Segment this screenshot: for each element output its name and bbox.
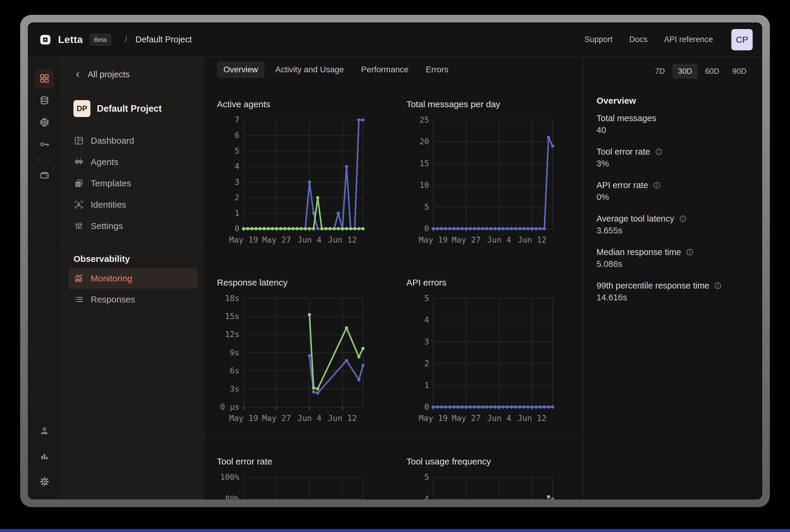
tab-errors[interactable]: Errors bbox=[419, 61, 455, 78]
info-icon bbox=[655, 148, 663, 156]
rail-grid-button[interactable] bbox=[35, 69, 54, 88]
sidebar-item-identities[interactable]: Identities bbox=[62, 194, 203, 215]
range-90d-button[interactable]: 90D bbox=[727, 64, 752, 79]
svg-text:4: 4 bbox=[424, 494, 429, 499]
svg-text:6: 6 bbox=[235, 131, 240, 140]
metric-value: 5.086s bbox=[597, 259, 751, 269]
bar-chart-icon bbox=[39, 451, 50, 461]
sidebar-item-responses[interactable]: Responses bbox=[62, 289, 203, 310]
top-header: Letta Beta / Default Project SupportDocs… bbox=[28, 22, 762, 57]
header-link-api-reference[interactable]: API reference bbox=[664, 35, 713, 44]
content-area: OverviewActivity and UsagePerformanceErr… bbox=[204, 57, 762, 499]
letta-logo-icon[interactable] bbox=[39, 33, 52, 46]
rail-chip-button[interactable] bbox=[35, 113, 54, 132]
chart-card-response_latency: Response latency18s15s12s9s6s3s0 µsMay 1… bbox=[204, 259, 394, 437]
rail-divider bbox=[36, 160, 53, 160]
tab-activity-and-usage[interactable]: Activity and Usage bbox=[269, 61, 351, 78]
sidebar-item-agents[interactable]: Agents bbox=[62, 151, 203, 173]
header-link-docs[interactable]: Docs bbox=[629, 35, 647, 44]
sidebar-item-label: Settings bbox=[91, 221, 123, 231]
svg-text:Jun 4: Jun 4 bbox=[487, 414, 511, 423]
chip-icon bbox=[39, 117, 50, 128]
svg-text:May 27: May 27 bbox=[262, 414, 291, 423]
svg-text:0 µs: 0 µs bbox=[220, 402, 240, 412]
chart-title-response_latency: Response latency bbox=[217, 277, 394, 288]
sidebar-item-dashboard[interactable]: Dashboard bbox=[62, 130, 203, 151]
svg-text:0: 0 bbox=[235, 224, 240, 233]
svg-text:18s: 18s bbox=[225, 293, 240, 303]
svg-text:6s: 6s bbox=[230, 366, 240, 375]
svg-text:Jun 12: Jun 12 bbox=[328, 235, 357, 244]
svg-text:10: 10 bbox=[419, 180, 429, 190]
tab-overview[interactable]: Overview bbox=[217, 61, 265, 78]
svg-text:Jun 4: Jun 4 bbox=[487, 235, 511, 244]
svg-text:20: 20 bbox=[419, 137, 429, 146]
metric-value: 40 bbox=[597, 125, 751, 135]
svg-text:15s: 15s bbox=[225, 311, 240, 321]
project-header[interactable]: DP Default Project bbox=[62, 88, 203, 117]
sidebar-item-templates[interactable]: Templates bbox=[62, 173, 203, 194]
chart-active_agents-plot: 76543210May 19May 27Jun 4Jun 12 bbox=[217, 114, 383, 250]
charts-grid-top: Active agents76543210May 19May 27Jun 4Ju… bbox=[204, 81, 583, 437]
metric-label: Median response time bbox=[597, 247, 751, 258]
bottom-accent-strip bbox=[0, 529, 790, 532]
metric-label: API error rate bbox=[597, 180, 751, 190]
sidebar-item-settings[interactable]: Settings bbox=[62, 215, 203, 237]
chart-title-api_errors: API errors bbox=[407, 277, 583, 288]
sidebar-item-label: Monitoring bbox=[91, 273, 132, 284]
rail-server-button[interactable] bbox=[35, 166, 54, 185]
rail-key-button[interactable] bbox=[35, 135, 54, 154]
project-avatar: DP bbox=[74, 100, 90, 117]
app-window: Letta Beta / Default Project SupportDocs… bbox=[20, 15, 770, 507]
sidebar-item-label: Templates bbox=[91, 178, 131, 188]
svg-text:0: 0 bbox=[424, 402, 429, 412]
sliders-icon-wrap bbox=[74, 221, 84, 231]
user-avatar[interactable]: CP bbox=[731, 29, 753, 50]
sidebar-item-monitoring[interactable]: Monitoring bbox=[68, 268, 198, 289]
svg-text:4: 4 bbox=[424, 315, 429, 324]
breadcrumb-project[interactable]: Default Project bbox=[135, 35, 192, 44]
chart-api_errors-plot: 543210May 19May 27Jun 4Jun 12 bbox=[407, 292, 572, 429]
rail-database-button[interactable] bbox=[35, 91, 54, 110]
sidebar-item-label: Identities bbox=[91, 200, 126, 210]
svg-text:5: 5 bbox=[235, 146, 240, 155]
tab-bar: OverviewActivity and UsagePerformanceErr… bbox=[204, 57, 583, 81]
agents-icon-wrap bbox=[74, 157, 84, 167]
all-projects-back[interactable]: All projects bbox=[62, 57, 203, 88]
rail-gear-button[interactable] bbox=[35, 472, 54, 491]
rail-bar-chart-button[interactable] bbox=[35, 447, 54, 466]
chevron-left-icon bbox=[74, 70, 82, 79]
info-icon-wrap[interactable] bbox=[679, 215, 687, 223]
range-7d-button[interactable]: 7D bbox=[650, 64, 671, 79]
svg-text:1: 1 bbox=[424, 381, 429, 390]
info-icon bbox=[714, 282, 722, 290]
all-projects-label: All projects bbox=[88, 70, 130, 79]
info-icon-wrap[interactable] bbox=[686, 248, 694, 256]
rail-person-button[interactable] bbox=[35, 421, 54, 440]
svg-text:May 27: May 27 bbox=[452, 414, 481, 423]
overview-panel: Overview Total messages40Tool error rate… bbox=[583, 57, 762, 499]
chart-title-tool_usage_frequency: Tool usage frequency bbox=[407, 456, 583, 468]
info-icon-wrap[interactable] bbox=[655, 148, 663, 156]
person-icon bbox=[39, 425, 50, 436]
header-link-support[interactable]: Support bbox=[585, 35, 613, 44]
server-icon bbox=[39, 170, 50, 181]
info-icon bbox=[653, 181, 661, 189]
metric-99th-percentile-response-time: 99th percentile response time14.616s bbox=[597, 280, 751, 303]
info-icon-wrap[interactable] bbox=[653, 181, 661, 189]
templates-icon-wrap bbox=[74, 178, 84, 189]
metric-label: 99th percentile response time bbox=[597, 280, 751, 291]
tab-performance[interactable]: Performance bbox=[355, 61, 415, 78]
rail-top-group bbox=[35, 69, 54, 185]
chart-tool_usage_frequency-plot: 543210May 19May 27Jun 4Jun 12 bbox=[407, 471, 572, 499]
info-icon-wrap[interactable] bbox=[714, 282, 722, 290]
info-icon bbox=[686, 248, 694, 256]
svg-text:25: 25 bbox=[419, 115, 429, 125]
metric-value: 3% bbox=[597, 158, 751, 169]
agents-icon bbox=[74, 157, 84, 167]
range-30d-button[interactable]: 30D bbox=[672, 64, 698, 79]
sidebar-divider bbox=[62, 243, 203, 244]
metric-average-tool-latency: Average tool latency3.655s bbox=[597, 213, 751, 236]
monitoring-icon-wrap bbox=[74, 273, 84, 284]
range-60d-button[interactable]: 60D bbox=[700, 64, 725, 79]
